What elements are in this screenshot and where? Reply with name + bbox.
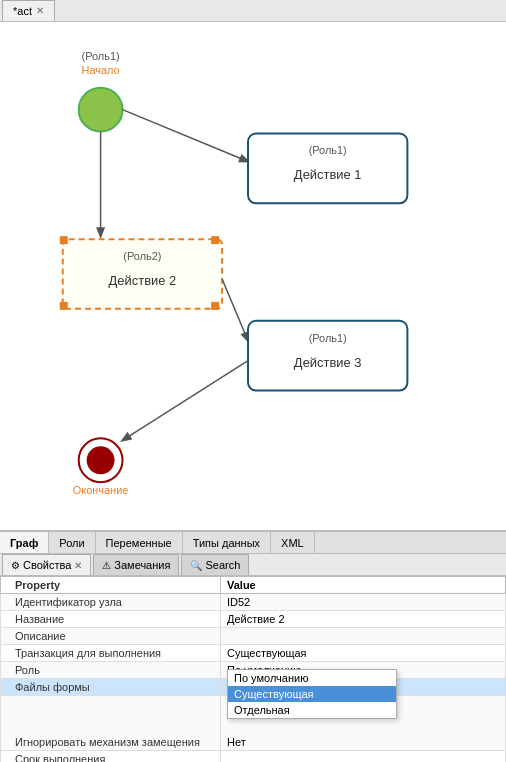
- prop-tab-search[interactable]: 🔍 Search: [181, 554, 249, 575]
- col-property: Property: [1, 577, 221, 594]
- table-row: Описание: [1, 628, 506, 645]
- table-row-dropdown: Файлы формы По умолчанию Существующая От…: [1, 679, 506, 696]
- tab-xml[interactable]: XML: [271, 532, 315, 553]
- prop-table: Property Value Идентификатор узла ID52 Н…: [0, 576, 506, 762]
- svg-rect-12: [211, 302, 219, 310]
- bottom-panel: Граф Роли Переменные Типы данных XML ⚙ С…: [0, 532, 506, 762]
- prop-label: Срок выполнения: [1, 751, 221, 763]
- prop-tabs: ⚙ Свойства ✕ ⚠ Замечания 🔍 Search: [0, 554, 506, 576]
- prop-label: Игнорировать механизм замещения: [1, 696, 221, 751]
- diagram-area: (Роль1) Начало (Роль1) Действие 1 (Роль2…: [0, 22, 506, 532]
- tab-graf-label: Граф: [10, 537, 38, 549]
- prop-label: Идентификатор узла: [1, 594, 221, 611]
- prop-tab-svoistva-close[interactable]: ✕: [74, 560, 82, 571]
- prop-value: ID52: [221, 594, 506, 611]
- gear-icon: ⚙: [11, 560, 20, 571]
- tab-peremennye-label: Переменные: [106, 537, 172, 549]
- prop-label: Описание: [1, 628, 221, 645]
- svg-text:Начало: Начало: [82, 64, 120, 76]
- search-icon: 🔍: [190, 560, 202, 571]
- prop-label: Файлы формы: [1, 679, 221, 696]
- prop-value-dropdown[interactable]: По умолчанию Существующая Отдельная: [221, 679, 506, 696]
- table-row: Идентификатор узла ID52: [1, 594, 506, 611]
- svg-text:(Роль1): (Роль1): [309, 144, 347, 156]
- table-row: Срок выполнения: [1, 751, 506, 763]
- prop-tab-zamechaniya[interactable]: ⚠ Замечания: [93, 554, 179, 575]
- svg-text:Действие 1: Действие 1: [294, 167, 362, 182]
- svg-rect-10: [211, 236, 219, 244]
- svg-point-2: [79, 88, 123, 132]
- tab-peremennye[interactable]: Переменные: [96, 532, 183, 553]
- dropdown-option-selected[interactable]: Существующая: [228, 686, 396, 702]
- svg-point-21: [87, 446, 115, 474]
- svg-rect-11: [60, 302, 68, 310]
- act-tab-label: *act: [13, 5, 32, 17]
- prop-label: Название: [1, 611, 221, 628]
- prop-label: Транзакция для выполнения: [1, 645, 221, 662]
- svg-text:(Роль1): (Роль1): [82, 50, 120, 62]
- table-row: Название Действие 2: [1, 611, 506, 628]
- svg-line-3: [123, 110, 249, 162]
- table-row: Транзакция для выполнения Существующая: [1, 645, 506, 662]
- dropdown-option[interactable]: По умолчанию: [228, 670, 396, 686]
- prop-tab-svoistva[interactable]: ⚙ Свойства ✕: [2, 554, 91, 575]
- svg-text:Окончание: Окончание: [73, 484, 129, 496]
- prop-tab-zamechaniya-label: Замечания: [114, 559, 170, 571]
- warning-icon: ⚠: [102, 560, 111, 571]
- svg-text:(Роль1): (Роль1): [309, 332, 347, 344]
- prop-label: Роль: [1, 662, 221, 679]
- tab-tipy[interactable]: Типы данных: [183, 532, 271, 553]
- bottom-nav-tabs: Граф Роли Переменные Типы данных XML: [0, 532, 506, 554]
- diagram-svg: (Роль1) Начало (Роль1) Действие 1 (Роль2…: [0, 22, 506, 530]
- tab-roli[interactable]: Роли: [49, 532, 95, 553]
- prop-value: Действие 2: [221, 611, 506, 628]
- svg-text:Действие 3: Действие 3: [294, 355, 362, 370]
- dropdown-option[interactable]: Отдельная: [228, 702, 396, 718]
- svg-text:Действие 2: Действие 2: [109, 273, 177, 288]
- svg-line-15: [222, 279, 248, 341]
- tab-graf[interactable]: Граф: [0, 532, 49, 553]
- tab-roli-label: Роли: [59, 537, 84, 549]
- svg-rect-9: [60, 236, 68, 244]
- act-tab[interactable]: *act ✕: [2, 0, 55, 21]
- prop-table-header: Property Value: [1, 577, 506, 594]
- svg-line-19: [123, 361, 249, 441]
- svg-text:(Роль2): (Роль2): [123, 250, 161, 262]
- prop-value: [221, 751, 506, 763]
- prop-value: [221, 628, 506, 645]
- tab-xml-label: XML: [281, 537, 304, 549]
- prop-table-container: Property Value Идентификатор узла ID52 Н…: [0, 576, 506, 762]
- col-value: Value: [221, 577, 506, 594]
- prop-tab-svoistva-label: Свойства: [23, 559, 71, 571]
- prop-value: Существующая: [221, 645, 506, 662]
- top-tab-bar: *act ✕: [0, 0, 506, 22]
- tab-tipy-label: Типы данных: [193, 537, 260, 549]
- act-tab-close[interactable]: ✕: [36, 5, 44, 16]
- prop-tab-search-label: Search: [205, 559, 240, 571]
